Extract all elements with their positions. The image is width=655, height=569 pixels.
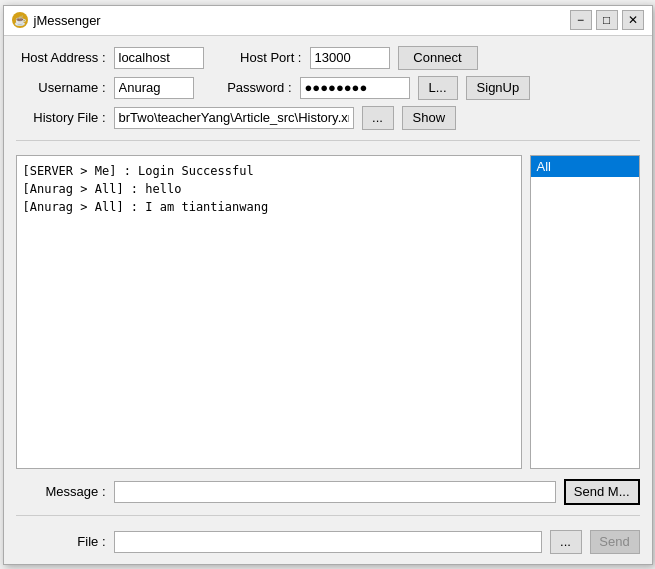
log-line-2: [Anurag > All] : hello <box>23 180 515 198</box>
separator-2 <box>16 515 640 516</box>
minimize-button[interactable]: − <box>570 10 592 30</box>
show-button[interactable]: Show <box>402 106 457 130</box>
host-address-label: Host Address : <box>16 50 106 65</box>
title-controls: − □ ✕ <box>570 10 644 30</box>
history-dots-button[interactable]: ... <box>362 106 394 130</box>
user-item-all[interactable]: All <box>531 156 639 177</box>
close-button[interactable]: ✕ <box>622 10 644 30</box>
host-port-input[interactable] <box>310 47 390 69</box>
username-input[interactable] <box>114 77 194 99</box>
send-message-button[interactable]: Send M... <box>564 479 640 505</box>
log-line-1: [SERVER > Me] : Login Successful <box>23 162 515 180</box>
signup-button[interactable]: SignUp <box>466 76 531 100</box>
title-bar: ☕ jMessenger − □ ✕ <box>4 6 652 36</box>
main-content: Host Address : Host Port : Connect Usern… <box>4 36 652 564</box>
user-list: All <box>530 155 640 469</box>
main-window: ☕ jMessenger − □ ✕ Host Address : Host P… <box>3 5 653 565</box>
log-line-3: [Anurag > All] : I am tiantianwang <box>23 198 515 216</box>
host-address-input[interactable] <box>114 47 204 69</box>
connect-button[interactable]: Connect <box>398 46 478 70</box>
separator-1 <box>16 140 640 141</box>
username-label: Username : <box>16 80 106 95</box>
host-row: Host Address : Host Port : Connect <box>16 46 640 70</box>
credentials-row: Username : Password : L... SignUp <box>16 76 640 100</box>
message-input[interactable] <box>114 481 556 503</box>
file-dots-button[interactable]: ... <box>550 530 582 554</box>
password-input[interactable] <box>300 77 410 99</box>
history-file-label: History File : <box>16 110 106 125</box>
file-row: File : ... Send <box>16 530 640 554</box>
password-label: Password : <box>202 80 292 95</box>
host-port-label: Host Port : <box>212 50 302 65</box>
history-row: History File : ... Show <box>16 106 640 130</box>
history-file-input[interactable] <box>114 107 354 129</box>
file-input[interactable] <box>114 531 542 553</box>
file-label: File : <box>16 534 106 549</box>
message-row: Message : Send M... <box>16 479 640 505</box>
chat-area: [SERVER > Me] : Login Successful [Anurag… <box>16 155 640 469</box>
message-label: Message : <box>16 484 106 499</box>
file-send-button: Send <box>590 530 640 554</box>
maximize-button[interactable]: □ <box>596 10 618 30</box>
window-title: jMessenger <box>34 13 101 28</box>
login-button[interactable]: L... <box>418 76 458 100</box>
message-log[interactable]: [SERVER > Me] : Login Successful [Anurag… <box>16 155 522 469</box>
title-bar-left: ☕ jMessenger <box>12 12 101 28</box>
app-icon: ☕ <box>12 12 28 28</box>
